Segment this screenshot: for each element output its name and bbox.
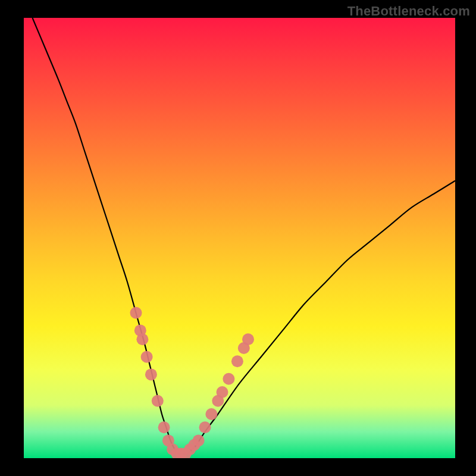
highlight-marker xyxy=(152,395,164,407)
chart-frame: TheBottleneck.com xyxy=(0,0,476,476)
highlight-marker xyxy=(130,307,142,319)
highlight-marker xyxy=(145,368,157,380)
highlight-marker xyxy=(242,333,254,345)
highlight-marker xyxy=(136,333,148,345)
highlight-marker xyxy=(199,421,211,433)
highlight-marker xyxy=(217,386,228,398)
highlight-marker xyxy=(193,434,205,446)
watermark-text: TheBottleneck.com xyxy=(347,4,470,19)
bottleneck-curve xyxy=(33,18,456,454)
highlight-marker xyxy=(141,351,153,363)
highlight-marker xyxy=(158,421,170,433)
highlight-marker xyxy=(205,408,217,420)
highlight-marker xyxy=(223,373,234,385)
highlight-marker xyxy=(231,355,243,367)
chart-svg xyxy=(24,18,455,458)
chart-plot-area xyxy=(24,18,455,458)
